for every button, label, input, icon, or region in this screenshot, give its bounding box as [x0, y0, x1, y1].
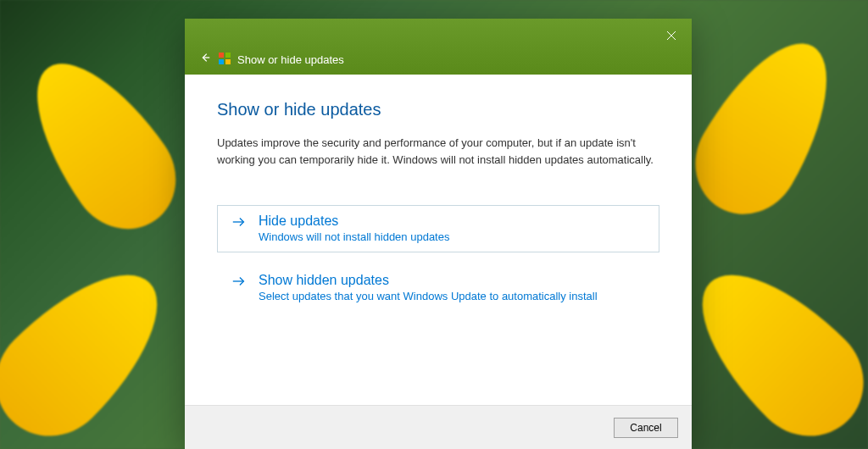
option-text: Hide updates Windows will not install hi…	[259, 213, 449, 243]
page-description: Updates improve the security and perform…	[217, 135, 659, 168]
option-show-hidden-updates[interactable]: Show hidden updates Select updates that …	[217, 264, 659, 312]
option-hide-updates[interactable]: Hide updates Windows will not install hi…	[217, 205, 659, 252]
close-button[interactable]	[663, 27, 680, 44]
option-title: Show hidden updates	[259, 272, 598, 288]
option-text: Show hidden updates Select updates that …	[259, 272, 598, 302]
windows-logo-icon	[219, 53, 231, 64]
cancel-button[interactable]: Cancel	[614, 418, 678, 438]
close-icon	[666, 30, 676, 41]
option-subtitle: Select updates that you want Windows Upd…	[259, 290, 598, 302]
dialog-footer: Cancel	[185, 405, 692, 449]
back-button[interactable]	[197, 49, 214, 66]
titlebar-text: Show or hide updates	[237, 53, 344, 66]
arrow-right-icon	[231, 274, 248, 291]
page-heading: Show or hide updates	[217, 100, 659, 119]
troubleshooter-dialog: Show or hide updates Show or hide update…	[185, 19, 692, 449]
back-arrow-icon	[199, 52, 211, 64]
option-subtitle: Windows will not install hidden updates	[259, 230, 449, 243]
arrow-right-icon	[231, 214, 248, 231]
titlebar: Show or hide updates	[185, 19, 692, 75]
dialog-content: Show or hide updates Updates improve the…	[185, 75, 692, 405]
option-title: Hide updates	[259, 213, 449, 229]
